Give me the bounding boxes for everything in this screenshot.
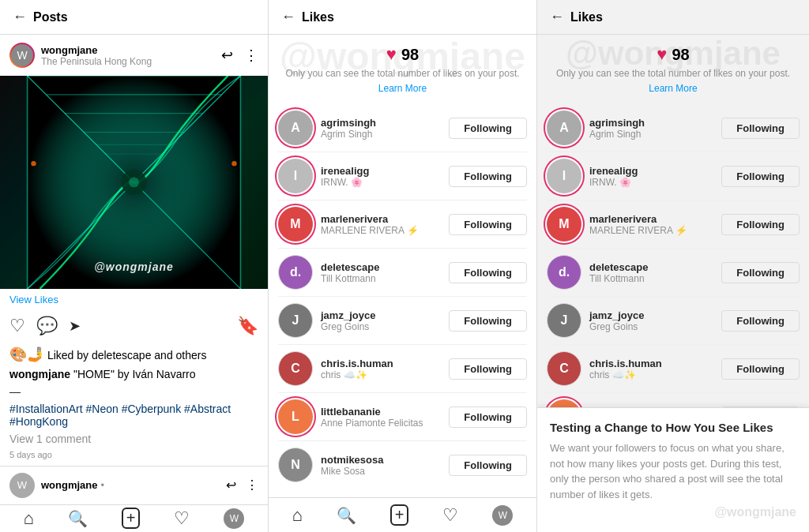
like-item: d.deletescapeTill KottmannFollowing <box>269 249 536 296</box>
bottom-more-icon[interactable]: ⋮ <box>246 478 258 493</box>
like-user-info: deletescapeTill Kottmann <box>321 261 441 284</box>
like-display-name: IRNW. 🌸 <box>321 177 441 188</box>
like-avatar-wrap: M <box>278 207 313 242</box>
post-comments[interactable]: View 1 comment <box>0 431 268 447</box>
likes-header-3: ← Likes <box>537 0 809 35</box>
nav-bar-1: ⌂ 🔍 + ♡ W <box>0 504 268 532</box>
like-username[interactable]: deletescape <box>589 261 713 273</box>
like-username[interactable]: jamz_joyce <box>321 309 441 321</box>
follow-button[interactable]: Following <box>449 118 527 139</box>
follow-button[interactable]: Following <box>449 166 527 187</box>
share-icon[interactable]: ➤ <box>69 317 81 335</box>
likes-back-icon-3[interactable]: ← <box>550 9 564 25</box>
posts-panel: ← Posts W wongmjane The Peninsula Hong K… <box>0 0 269 532</box>
follow-button[interactable]: Following <box>449 310 527 332</box>
likes-title: Likes <box>302 10 334 24</box>
follow-button[interactable]: Following <box>721 214 800 235</box>
caption-separator: — <box>0 384 268 399</box>
follow-button[interactable]: Following <box>721 310 800 332</box>
follow-button[interactable]: Following <box>721 166 800 187</box>
like-avatar-wrap: I <box>547 159 581 193</box>
bottom-avatar: W <box>9 473 35 498</box>
like-display-name: Mike Sosa <box>321 466 441 477</box>
like-user-info: marleneriveraMARLENE RIVERA ⚡ <box>589 213 713 236</box>
follow-button[interactable]: Following <box>449 358 527 380</box>
like-avatar: A <box>547 111 581 145</box>
like-username[interactable]: jamz_joyce <box>589 309 713 321</box>
bottom-dot: • <box>101 479 105 491</box>
liked-by-text: Liked by deletescape and others <box>47 349 207 362</box>
likes-list: AagrimsinghAgrim SinghFollowingIireneali… <box>269 104 536 497</box>
likes-watermark-3: @wongmjane <box>566 35 781 73</box>
like-avatar-wrap: L <box>278 399 313 434</box>
like-avatar: d. <box>278 255 313 290</box>
follow-button[interactable]: Following <box>449 455 527 476</box>
like-item: MmarleneriveraMARLENE RIVERA ⚡Following <box>269 200 536 248</box>
like-username[interactable]: agrimsingh <box>589 117 713 129</box>
like-user-info: jamz_joyceGreg Goins <box>589 309 713 332</box>
post-header-actions: ↩ ⋮ <box>221 47 258 64</box>
like-username[interactable]: notmikesosa <box>321 454 441 466</box>
reply-icon[interactable]: ↩ <box>221 47 233 64</box>
like-user-info: agrimsinghAgrim Singh <box>321 117 441 140</box>
nav-home-1[interactable]: ⌂ <box>24 508 34 529</box>
like-display-name: IRNW. 🌸 <box>589 177 713 188</box>
nav-avatar-2[interactable]: W <box>492 505 513 526</box>
nav-add-1[interactable]: + <box>122 508 141 529</box>
nav-search-2[interactable]: 🔍 <box>337 506 356 525</box>
posts-title: Posts <box>33 10 68 24</box>
like-username[interactable]: deletescape <box>321 261 441 273</box>
posts-header: ← Posts <box>0 0 268 35</box>
learn-more-link-3[interactable]: Learn More <box>649 83 697 94</box>
like-item: MmarleneriveraMARLENE RIVERA ⚡Following <box>537 200 809 248</box>
learn-more-link[interactable]: Learn More <box>378 83 427 94</box>
like-item: d.deletescapeTill KottmannFollowing <box>537 249 809 296</box>
more-icon[interactable]: ⋮ <box>244 47 258 64</box>
follow-button[interactable]: Following <box>449 214 527 235</box>
likes-back-icon[interactable]: ← <box>281 9 295 25</box>
follow-button[interactable]: Following <box>721 358 800 380</box>
like-avatar-wrap: C <box>547 351 581 386</box>
like-item: IirenealiggIRNW. 🌸Following <box>269 152 536 200</box>
view-likes-link[interactable]: View Likes <box>9 294 58 305</box>
like-user-info: chris.is.humanchris ☁️✨ <box>321 358 441 380</box>
like-item: Jjamz_joyceGreg GoinsFollowing <box>537 297 809 344</box>
like-username[interactable]: marlenerivera <box>321 213 441 225</box>
bottom-reply-icon[interactable]: ↩ <box>226 478 236 493</box>
nav-search-1[interactable]: 🔍 <box>68 509 88 528</box>
like-avatar: N <box>278 448 313 482</box>
caption-username[interactable]: wongmjane <box>9 368 70 380</box>
overlay-text: We want your followers to focus on what … <box>550 440 796 502</box>
like-user-info: irenealiggIRNW. 🌸 <box>589 165 713 188</box>
like-username[interactable]: marlenerivera <box>589 213 713 225</box>
like-item: IirenealiggIRNW. 🌸Following <box>537 152 809 200</box>
nav-home-2[interactable]: ⌂ <box>292 505 303 526</box>
post-username[interactable]: wongmjane <box>41 44 221 56</box>
nav-heart-1[interactable]: ♡ <box>174 508 190 529</box>
like-username[interactable]: littlebananie <box>321 406 441 418</box>
like-username[interactable]: chris.is.human <box>321 358 441 369</box>
post-tags[interactable]: #InstallationArt #Neon #Cyberpunk #Abstr… <box>0 399 268 431</box>
like-username[interactable]: agrimsingh <box>321 117 441 129</box>
like-avatar-wrap: C <box>278 351 313 386</box>
heart-icon[interactable]: ♡ <box>9 316 25 336</box>
post-caption: wongmjane "HOME" by Iván Navarro <box>0 366 268 384</box>
like-user-info: irenealiggIRNW. 🌸 <box>321 165 441 188</box>
like-username[interactable]: chris.is.human <box>589 358 713 369</box>
back-icon[interactable]: ← <box>13 9 27 25</box>
follow-button[interactable]: Following <box>449 262 527 283</box>
post-user-info: wongmjane The Peninsula Hong Kong <box>41 44 221 67</box>
svg-point-17 <box>129 178 139 188</box>
follow-button[interactable]: Following <box>721 118 800 139</box>
bookmark-icon[interactable]: 🔖 <box>237 316 258 336</box>
like-item: NnotmikesosaMike SosaFollowing <box>269 441 536 489</box>
like-username[interactable]: irenealigg <box>589 165 713 177</box>
follow-button[interactable]: Following <box>449 406 527 428</box>
likes-count-section: @wongmjane ♥ 98 Only you can see the tot… <box>269 35 536 104</box>
nav-heart-2[interactable]: ♡ <box>442 505 458 526</box>
comment-icon[interactable]: 💬 <box>36 316 58 336</box>
nav-add-2[interactable]: + <box>390 504 409 526</box>
like-username[interactable]: irenealigg <box>321 165 441 177</box>
nav-avatar-1[interactable]: W <box>224 508 244 529</box>
follow-button[interactable]: Following <box>721 262 800 283</box>
